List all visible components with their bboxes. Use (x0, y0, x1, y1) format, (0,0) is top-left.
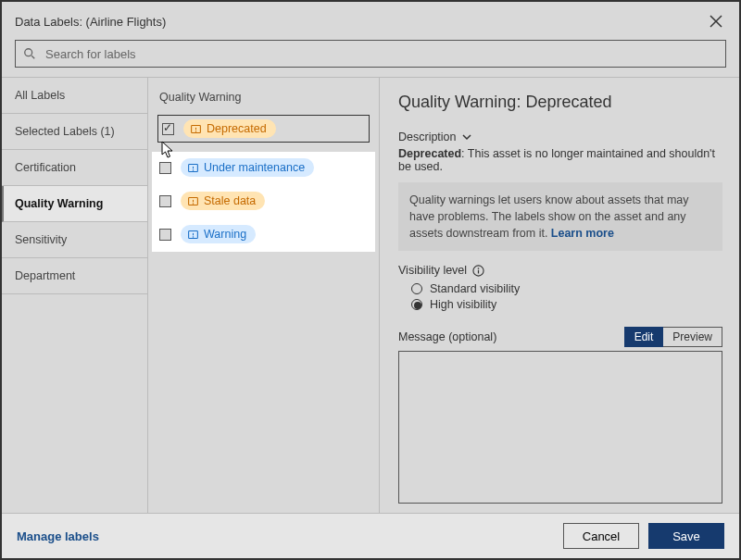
learn-more-link[interactable]: Learn more (551, 227, 614, 240)
label-row-deprecated[interactable]: Deprecated (157, 115, 370, 143)
manage-labels-link[interactable]: Manage labels (17, 529, 99, 543)
dialog-header: Data Labels: (Airline Flights) (2, 2, 739, 37)
svg-point-17 (478, 268, 480, 269)
label-checkbox[interactable] (159, 195, 171, 207)
visibility-option-high[interactable]: High visibility (411, 298, 722, 311)
close-icon (710, 15, 722, 28)
label-pill-warning[interactable]: Warning (181, 225, 256, 243)
svg-point-12 (193, 203, 194, 204)
labels-list: Deprecated Under maintenance (157, 115, 370, 252)
message-label: Message (optional) (398, 330, 496, 343)
sidebar-item-department[interactable]: Department (2, 258, 147, 294)
category-sidebar: All Labels Selected Labels (1) Certifica… (2, 78, 148, 513)
sidebar-item-certification[interactable]: Certification (2, 150, 147, 186)
sidebar-item-label: Quality Warning (15, 197, 103, 210)
svg-point-2 (25, 49, 32, 56)
message-header: Message (optional) Edit Preview (398, 327, 722, 347)
close-button[interactable] (706, 11, 726, 31)
message-textarea[interactable] (398, 351, 722, 504)
visibility-label-text: Visibility level (398, 264, 467, 277)
labels-list-panel: Quality Warning Deprecated (148, 78, 380, 513)
warning-icon (187, 195, 199, 207)
sidebar-item-quality-warning[interactable]: Quality Warning (2, 186, 147, 222)
svg-point-9 (193, 169, 194, 170)
sidebar-item-label: Certification (15, 161, 76, 174)
radio-button[interactable] (411, 299, 422, 310)
sidebar-item-label: Sensitivity (15, 233, 67, 246)
label-row-under-maintenance[interactable]: Under maintenance (157, 156, 370, 180)
label-row-warning[interactable]: Warning (157, 222, 370, 246)
sidebar-item-sensitivity[interactable]: Sensitivity (2, 222, 147, 258)
info-box: Quality warnings let users know about as… (398, 182, 722, 251)
sidebar-item-label: Department (15, 269, 75, 282)
chevron-down-icon (462, 132, 471, 142)
labels-highlight-zone: Under maintenance Stale data (152, 152, 375, 252)
cancel-button[interactable]: Cancel (563, 523, 639, 549)
edit-tab[interactable]: Edit (624, 327, 664, 347)
label-pill-text: Deprecated (207, 122, 267, 135)
description-toggle-label: Description (398, 131, 457, 143)
preview-tab[interactable]: Preview (663, 327, 722, 347)
warning-icon (187, 162, 199, 174)
visibility-level-label: Visibility level (398, 264, 722, 277)
label-pill-text: Stale data (204, 194, 256, 207)
label-pill-stale-data[interactable]: Stale data (181, 192, 265, 210)
sidebar-item-selected-labels[interactable]: Selected Labels (1) (2, 114, 147, 150)
search-bar[interactable] (15, 40, 726, 68)
dialog-body: All Labels Selected Labels (1) Certifica… (2, 77, 739, 513)
dialog-title: Data Labels: (Airline Flights) (15, 15, 166, 29)
search-input[interactable] (44, 46, 718, 62)
radio-button[interactable] (411, 283, 422, 294)
label-pill-deprecated[interactable]: Deprecated (183, 119, 276, 138)
description-name: Deprecated (398, 147, 461, 160)
label-checkbox[interactable] (162, 123, 174, 135)
info-icon[interactable] (472, 265, 484, 277)
label-row-stale-data[interactable]: Stale data (157, 189, 370, 213)
labels-list-title: Quality Warning (157, 91, 370, 104)
footer-buttons: Cancel Save (563, 523, 724, 549)
radio-label: Standard visibility (430, 282, 520, 295)
save-button[interactable]: Save (648, 523, 724, 549)
warning-icon (190, 123, 202, 135)
info-text: Quality warnings let users know about as… (409, 193, 689, 240)
radio-label: High visibility (430, 298, 496, 311)
svg-line-3 (31, 56, 34, 58)
label-pill-text: Warning (204, 228, 246, 241)
label-pill-under-maintenance[interactable]: Under maintenance (181, 158, 314, 177)
sidebar-item-all-labels[interactable]: All Labels (2, 78, 147, 114)
description-toggle[interactable]: Description (398, 131, 722, 143)
search-bar-wrap (2, 37, 739, 77)
sidebar-item-label: Selected Labels (1) (15, 125, 115, 138)
warning-icon (187, 229, 199, 241)
dialog-footer: Manage labels Cancel Save (2, 513, 739, 558)
label-checkbox[interactable] (159, 162, 171, 174)
description-text: Deprecated: This asset is no longer main… (398, 147, 722, 173)
sidebar-item-label: All Labels (15, 89, 65, 102)
label-detail-panel: Quality Warning: Deprecated Description … (380, 78, 739, 513)
detail-title: Quality Warning: Deprecated (398, 93, 722, 112)
visibility-radio-group: Standard visibility High visibility (411, 282, 722, 314)
label-checkbox[interactable] (159, 229, 171, 241)
visibility-option-standard[interactable]: Standard visibility (411, 282, 722, 295)
svg-point-6 (195, 131, 196, 131)
data-labels-dialog: Data Labels: (Airline Flights) All Label… (0, 0, 741, 560)
label-pill-text: Under maintenance (204, 161, 305, 174)
search-icon (23, 47, 36, 60)
svg-point-15 (193, 236, 194, 237)
edit-preview-toggle: Edit Preview (624, 327, 722, 347)
